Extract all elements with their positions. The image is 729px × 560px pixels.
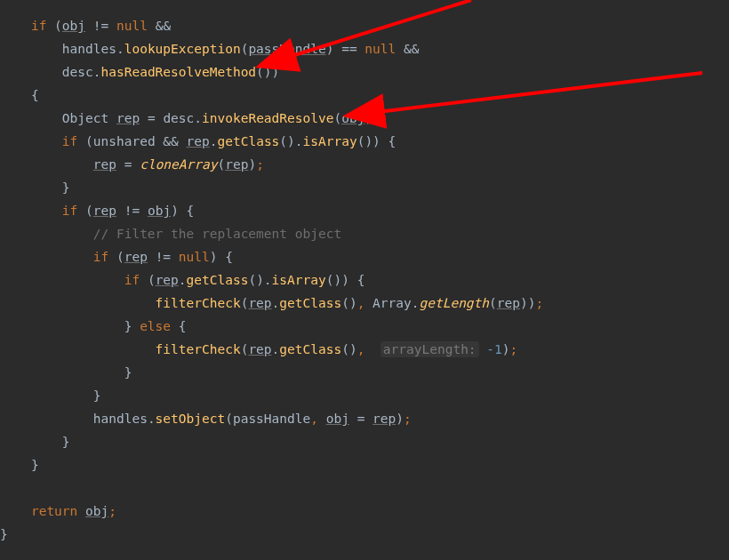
m-lookupException: lookupException [124,42,241,56]
m-getLength: getLength [419,296,489,310]
m-setObject: setObject [156,412,226,426]
m-invokeReadResolve: invokeReadResolve [202,111,333,125]
var-unshared: unshared [93,134,156,148]
m-hasReadResolveMethod: hasReadResolveMethod [101,65,257,79]
type-object: Object [62,111,108,125]
code-line [0,481,8,495]
kw-if: if [31,19,46,33]
var-obj: obj [62,19,85,33]
code-line: if (rep != null) { [0,250,233,264]
inlay-hint: arrayLength: [381,341,479,357]
code-line: if (rep.getClass().isArray()) { [0,273,364,287]
code-line: } [0,180,70,195]
code-editor[interactable]: if (obj != null && handles.lookupExcepti… [0,0,729,546]
type-array: Array [373,296,412,310]
code-line: handles.lookupException(passHandle) == n… [0,42,419,56]
code-line: } [0,527,8,541]
code-line: desc.hasReadResolveMethod()) [0,65,279,79]
code-line: { [0,88,39,102]
var-rep: rep [116,111,140,125]
code-line: Object rep = desc.invokeReadResolve(obj)… [0,111,381,125]
var-passHandle: passHandle [248,42,325,56]
code-line: if (rep != obj) { [0,204,194,218]
var-handles: handles [62,42,116,56]
comment: // Filter the replacement object [93,227,341,241]
code-line: // Filter the replacement object [0,227,341,241]
kw-else: else [140,319,171,333]
code-line: } [0,365,132,380]
code-line: if (unshared && rep.getClass().isArray()… [0,134,396,148]
code-line: } else { [0,319,187,333]
code-line: filterCheck(rep.getClass(), arrayLength:… [0,341,517,357]
kw-return: return [31,504,77,518]
lit-neg1: -1 [486,342,501,356]
code-line: } [0,435,70,449]
code-line: rep = cloneArray(rep); [0,157,264,172]
code-line: handles.setObject(passHandle, obj = rep)… [0,412,412,426]
var-desc: desc [62,65,93,79]
code-line: } [0,388,101,403]
code-line: filterCheck(rep.getClass(), Array.getLen… [0,296,543,310]
m-cloneArray: cloneArray [140,157,217,172]
m-filterCheck: filterCheck [156,296,241,310]
code-line: } [0,458,39,472]
code-line: if (obj != null && [0,19,171,33]
code-line: return obj; [0,504,116,518]
